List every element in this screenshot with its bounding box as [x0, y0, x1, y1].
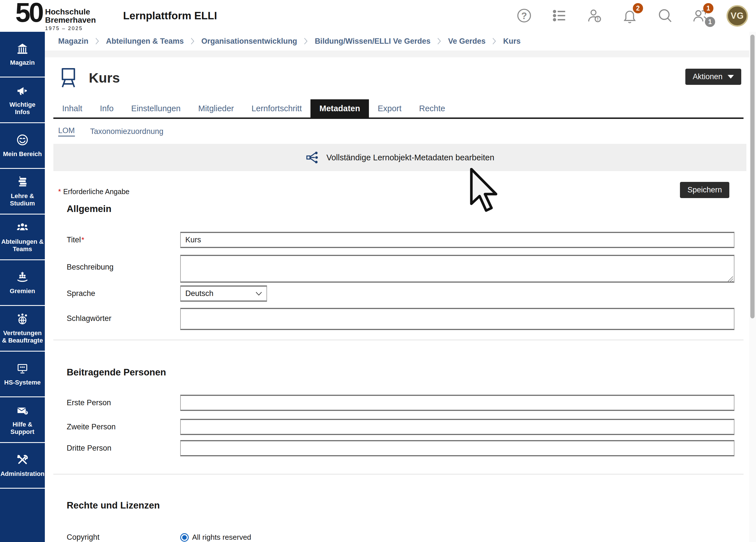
erste-person-input[interactable]: [180, 395, 734, 411]
tab-rechte[interactable]: Rechte: [410, 99, 454, 117]
sidebar-item-mein-bereich[interactable]: Mein Bereich: [0, 123, 45, 168]
save-button[interactable]: Speichern: [680, 182, 729, 198]
sidebar-item-label: Mein Bereich: [2, 150, 43, 158]
help-button[interactable]: ?: [515, 7, 533, 25]
section-divider: [53, 340, 744, 340]
dritte-person-input[interactable]: [180, 440, 734, 456]
breadcrumb-item[interactable]: Magazin: [58, 37, 89, 46]
zweite-person-label: Zweite Person: [67, 419, 180, 431]
schlagwoerter-input[interactable]: [180, 308, 734, 330]
logo-name-line2: Bremerhaven: [45, 16, 96, 24]
megaphone-icon: [16, 84, 29, 101]
sidebar-item-magazin[interactable]: Magazin: [0, 32, 45, 77]
subtab-taxonomiezuordnung[interactable]: Taxonomiezuordnung: [90, 127, 163, 136]
tab-mitglieder[interactable]: Mitglieder: [189, 99, 243, 117]
actions-button[interactable]: Aktionen: [685, 69, 741, 85]
sidebar-item-label: Gremien: [9, 287, 36, 295]
sidebar-item-label: Vertretungen & Beauftragte: [0, 329, 45, 344]
tab-info[interactable]: Info: [91, 99, 122, 117]
actions-button-label: Aktionen: [693, 72, 723, 81]
notifications-button[interactable]: 2: [621, 7, 639, 25]
tab-einstellungen[interactable]: Einstellungen: [122, 99, 189, 117]
subtab-lom[interactable]: LOM: [58, 126, 75, 136]
sidebar-item-label: Wichtige Infos: [0, 101, 45, 116]
form-row-erste-person: Erste Person: [67, 395, 749, 411]
sidebar-item-lehre-studium[interactable]: Lehre & Studium: [0, 169, 45, 214]
all-rights-reserved-radio[interactable]: [180, 533, 189, 542]
breadcrumb-item[interactable]: Kurs: [503, 37, 521, 46]
monitor-icon: ***: [16, 362, 29, 379]
chevron-right-icon: [492, 38, 496, 45]
user-status-icon: !: [586, 7, 603, 25]
tab-metadaten[interactable]: Metadaten: [310, 99, 369, 117]
chevron-right-icon: [95, 38, 99, 45]
search-button[interactable]: [656, 7, 674, 25]
sidebar-item-abteilungen-teams[interactable]: Abteilungen & Teams: [0, 215, 45, 259]
sidebar-item-hs-systeme[interactable]: *** HS-Systeme: [0, 352, 45, 396]
user-status-button[interactable]: !: [586, 7, 603, 25]
page-title-row: Kurs Aktionen: [58, 65, 741, 91]
sidebar-item-label: Abteilungen & Teams: [0, 238, 45, 253]
required-note-text: Erforderliche Angabe: [63, 188, 129, 196]
tab-export[interactable]: Export: [369, 99, 410, 117]
bank-icon: [16, 42, 29, 59]
sidebar-item-vertretungen[interactable]: Vertretungen & Beauftragte: [0, 306, 45, 351]
sidebar-item-label: HS-Systeme: [3, 379, 42, 386]
section-heading-rechte: Rechte und Lizenzen: [67, 500, 749, 511]
contacts-button[interactable]: 1 1: [691, 7, 709, 25]
breadcrumb: Magazin Abteilungen & Teams Organisation…: [45, 32, 749, 51]
chevron-right-icon: [437, 38, 441, 45]
zweite-person-input[interactable]: [180, 419, 734, 435]
course-icon: [58, 66, 79, 89]
breadcrumb-item[interactable]: Organisationsentwicklung: [201, 37, 297, 46]
svg-text:!: !: [597, 16, 599, 22]
vertical-scrollbar[interactable]: [749, 32, 756, 542]
section-heading-beitragende: Beitragende Personen: [67, 367, 749, 378]
chevron-right-icon: [191, 38, 195, 45]
main-sidebar: Magazin Wichtige Infos Mein Bereich: [0, 32, 45, 542]
erste-person-label: Erste Person: [67, 395, 180, 407]
page-title: Kurs: [89, 70, 120, 86]
svg-text:***: ***: [20, 365, 25, 370]
logo-name-line1: Hochschule: [45, 8, 96, 16]
tab-lernfortschritt[interactable]: Lernfortschritt: [243, 99, 310, 117]
todo-list-button[interactable]: [551, 7, 568, 25]
form-header: *Erforderliche Angabe Speichern: [58, 184, 729, 199]
sidebar-item-administration[interactable]: Administration: [0, 443, 45, 488]
sidebar-item-hilfe-support[interactable]: ? Hilfe & Support: [0, 397, 45, 442]
beschreibung-textarea[interactable]: [180, 255, 734, 283]
books-icon: [16, 175, 29, 192]
sidebar-item-label: Lehre & Studium: [0, 192, 45, 207]
topbar-icon-group: ? !: [515, 5, 748, 27]
list-icon: [551, 7, 568, 25]
form-row-sprache: Sprache Deutsch: [67, 285, 749, 302]
sidebar-item-label: Administration: [0, 470, 46, 478]
sprache-select[interactable]: Deutsch: [180, 285, 267, 302]
people-group-icon: [16, 221, 29, 238]
section-heading-allgemein: Allgemein: [67, 203, 749, 214]
user-avatar[interactable]: VG: [726, 5, 748, 27]
scrollbar-thumb[interactable]: [750, 35, 755, 318]
tab-inhalt[interactable]: Inhalt: [53, 99, 91, 117]
sprache-label: Sprache: [67, 285, 180, 298]
sidebar-item-gremien[interactable]: Gremien: [0, 260, 45, 305]
sidebar-item-wichtige-infos[interactable]: Wichtige Infos: [0, 77, 45, 122]
logo-years: 1975 – 2025: [45, 26, 96, 31]
dritte-person-label: Dritte Person: [67, 440, 180, 453]
edit-full-metadata-banner[interactable]: Vollständige Lernobjekt-Metadaten bearbe…: [53, 144, 746, 171]
titel-label-text: Titel: [67, 236, 81, 244]
breadcrumb-item[interactable]: Abteilungen & Teams: [106, 37, 184, 46]
header-divider-band: [45, 51, 749, 57]
save-button-label: Speichern: [687, 186, 722, 194]
main-content: Magazin Abteilungen & Teams Organisation…: [45, 32, 749, 542]
hochschule-bremerhaven-logo[interactable]: 50 Hochschule Bremerhaven 1975 – 2025: [15, 0, 96, 31]
copyright-label: Copyright: [67, 533, 180, 542]
schlagwoerter-label: Schlagwörter: [67, 308, 180, 323]
titel-input[interactable]: [180, 232, 734, 248]
breadcrumb-item[interactable]: Ve Gerdes: [448, 37, 486, 46]
breadcrumb-item[interactable]: Bildung/Wissen/ELLI Ve Gerdes: [315, 37, 431, 46]
sidebar-filler: [0, 489, 45, 542]
copyright-option-row: All rights reserved: [180, 533, 734, 542]
svg-text:?: ?: [521, 10, 527, 21]
top-header: 50 Hochschule Bremerhaven 1975 – 2025 Le…: [0, 0, 756, 32]
